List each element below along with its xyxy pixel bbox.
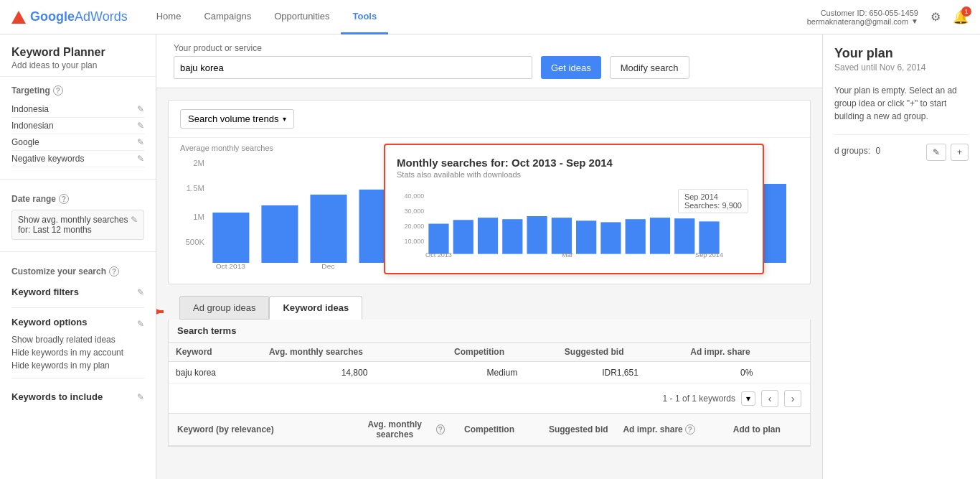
svg-rect-5 (261, 205, 298, 263)
svg-rect-33 (674, 218, 694, 254)
ad-impr-help-icon[interactable]: ? (685, 424, 695, 434)
chart-header: Search volume trends ▾ (169, 101, 810, 138)
chart-popup: Monthly searches for: Oct 2013 - Sep 201… (384, 144, 764, 274)
modify-search-button[interactable]: Modify search (610, 56, 689, 79)
main-layout: Keyword Planner Add ideas to your plan T… (0, 34, 980, 479)
edit-keyword-filters-icon[interactable]: ✎ (137, 287, 144, 297)
customize-label: Customize your search ? (11, 266, 144, 276)
tooltip-searches: Searches: 9,900 (684, 201, 742, 210)
table-row: baju korea 14,800 Medium IDR1,651 0% (169, 362, 810, 384)
date-range-section: Date range ? Show avg. monthly searches … (0, 185, 156, 246)
svg-text:1.5M: 1.5M (187, 185, 204, 192)
kw-col-ad-impr: Ad impr. share ? (623, 424, 712, 434)
chevron-down-icon: ▾ (283, 115, 286, 123)
nav-tools[interactable]: Tools (341, 0, 388, 34)
tab-ad-group-ideas[interactable]: Ad group ideas (179, 296, 269, 320)
col-keyword-header: Keyword (169, 343, 262, 362)
sidebar-subtitle: Add ideas to your plan (11, 60, 144, 70)
sidebar: Keyword Planner Add ideas to your plan T… (0, 34, 156, 479)
nav-campaigns[interactable]: Campaigns (192, 0, 263, 34)
svg-rect-32 (650, 218, 670, 254)
keyword-option-hide-account: Hide keywords in my account (11, 346, 144, 359)
popup-title: Monthly searches for: Oct 2013 - Sep 201… (397, 157, 751, 169)
top-nav: Google AdWords Home Campaigns Opportunit… (0, 0, 980, 34)
search-input[interactable] (174, 56, 532, 79)
svg-rect-28 (552, 218, 572, 254)
cell-ad-impr: 0% (683, 362, 810, 384)
nav-home[interactable]: Home (145, 0, 193, 34)
customer-info: Customer ID: 650-055-1459 bermaknaterang… (807, 9, 918, 26)
svg-text:30,000: 30,000 (405, 208, 425, 215)
search-terms-table: Keyword Avg. monthly searches Competitio… (169, 343, 810, 384)
pagination-next[interactable]: › (784, 390, 801, 407)
keywords-include-row: Keywords to include ✎ (11, 384, 144, 405)
edit-keywords-include-icon[interactable]: ✎ (137, 392, 144, 402)
date-range-box[interactable]: Show avg. monthly searches for: Last 12 … (11, 210, 144, 240)
get-ideas-button[interactable]: Get ideas (541, 56, 601, 79)
popup-subtitle: Stats also available with downloads (397, 170, 751, 179)
chart-container: Search volume trends ▾ Average monthly s… (168, 100, 811, 284)
svg-text:10,000: 10,000 (405, 238, 425, 245)
targeting-section: Targeting ? Indonesia ✎ Indonesian ✎ Goo… (0, 77, 156, 173)
avg-help-icon[interactable]: ? (436, 424, 445, 434)
logo-adwords: AdWords (75, 9, 128, 24)
col-avg-header: Avg. monthly searches (262, 343, 447, 362)
svg-text:40,000: 40,000 (405, 192, 425, 200)
svg-rect-30 (600, 222, 621, 254)
targeting-item-google: Google ✎ (11, 134, 144, 151)
svg-rect-25 (478, 218, 498, 254)
edit-keyword-options-icon[interactable]: ✎ (137, 319, 144, 329)
tab-keyword-ideas[interactable]: Keyword ideas (269, 296, 362, 320)
targeting-item-negative-keywords: Negative keywords ✎ (11, 151, 144, 167)
plan-edit-button[interactable]: ✎ (926, 144, 946, 161)
edit-indonesian-icon[interactable]: ✎ (137, 121, 144, 131)
svg-rect-4 (212, 213, 249, 263)
search-terms-label: Search terms (177, 325, 236, 336)
plan-actions: ✎ + (926, 144, 969, 161)
gear-icon[interactable]: ⚙ (927, 9, 944, 26)
nav-opportunities[interactable]: Opportunities (263, 0, 341, 34)
svg-rect-6 (310, 195, 347, 263)
date-range-help-icon[interactable]: ? (59, 194, 69, 204)
pagination-prev[interactable]: ‹ (761, 390, 778, 407)
keyword-filters-label: Keyword filters (11, 287, 79, 297)
edit-indonesia-icon[interactable]: ✎ (137, 104, 144, 114)
ad-groups-row: d groups: 0 ✎ + (834, 134, 969, 167)
targeting-item-indonesia: Indonesia ✎ (11, 101, 144, 118)
plan-empty-text: Your plan is empty. Select an ad group i… (834, 84, 969, 123)
table-container: Search terms Keyword Avg. monthly search… (168, 320, 811, 447)
svg-text:1M: 1M (193, 213, 204, 221)
keyword-options-section: Keyword options ✎ Show broadly related i… (11, 314, 144, 372)
svg-text:500K: 500K (186, 238, 205, 246)
kw-col-keyword: Keyword (by relevance) (177, 424, 356, 434)
date-range-value: Show avg. monthly searches for: Last 12 … (18, 215, 131, 235)
keywords-include-label: Keywords to include (11, 391, 103, 402)
notifications-bell[interactable]: 🔔 1 (953, 9, 969, 25)
targeting-help-icon[interactable]: ? (53, 85, 63, 96)
edit-google-icon[interactable]: ✎ (137, 137, 144, 147)
keyword-option-broadly: Show broadly related ideas (11, 333, 144, 346)
customize-help-icon[interactable]: ? (109, 266, 119, 276)
chart-dropdown-button[interactable]: Search volume trends ▾ (180, 109, 294, 129)
svg-rect-26 (502, 219, 522, 254)
red-arrow-icon (156, 299, 172, 325)
col-ad-impr-header: Ad impr. share (683, 343, 810, 362)
plan-add-button[interactable]: + (951, 144, 969, 161)
right-panel: Your plan Saved until Nov 6, 2014 Your p… (822, 34, 980, 479)
top-right: Customer ID: 650-055-1459 bermaknaterang… (807, 9, 969, 26)
cell-bid: IDR1,651 (557, 362, 683, 384)
edit-negative-keywords-icon[interactable]: ✎ (137, 154, 144, 164)
logo-triangle-icon (11, 11, 26, 24)
customer-id: Customer ID: 650-055-1459 (807, 9, 918, 17)
sidebar-title: Keyword Planner (11, 46, 144, 59)
edit-date-range-icon[interactable]: ✎ (131, 215, 138, 225)
keywords-table-header: Keyword (by relevance) Avg. monthly sear… (169, 413, 810, 446)
svg-text:Mar: Mar (562, 251, 573, 259)
ad-groups-label: d groups: 0 (834, 146, 880, 156)
keyword-options-label: Keyword options (11, 317, 87, 327)
logo: Google AdWords (11, 9, 128, 24)
svg-text:Oct 2013: Oct 2013 (425, 251, 452, 259)
svg-rect-29 (576, 220, 596, 254)
logo-google: Google (30, 9, 75, 24)
pagination-dropdown[interactable]: ▾ (741, 391, 755, 406)
